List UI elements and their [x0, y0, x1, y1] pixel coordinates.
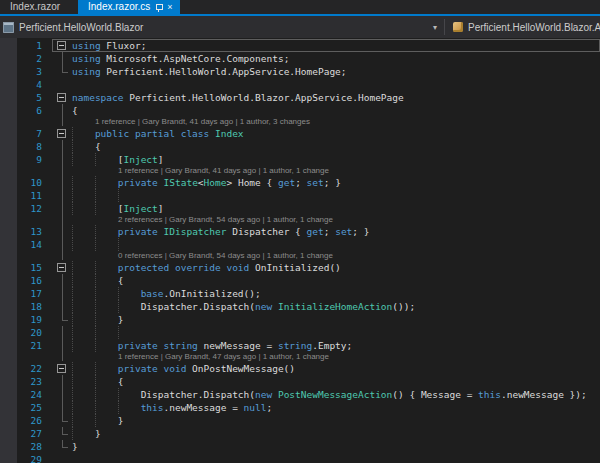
fold-collapse-icon[interactable] — [52, 117, 72, 140]
indent-guide — [95, 339, 118, 352]
indent-guide — [95, 274, 118, 287]
line-number: 12 — [17, 202, 52, 215]
code-line[interactable]: 23{ — [0, 375, 600, 388]
line-number-text: 17 — [17, 287, 42, 300]
code-line[interactable]: 16{ — [0, 274, 600, 287]
indent-guide — [95, 153, 118, 166]
line-body: base.OnInitialized(); — [52, 287, 600, 300]
line-number-text: 15 — [17, 261, 42, 274]
line-number: 26 — [17, 414, 52, 427]
type-dropdown[interactable]: Perficient.HelloWorld.Blazor.Ap — [445, 22, 600, 33]
code-line[interactable]: 29 — [0, 453, 600, 463]
collapse-minus-icon[interactable] — [57, 129, 66, 138]
code-line[interactable]: 24Dispatcher.Dispatch(new PostNewMessage… — [0, 388, 600, 401]
line-number: 18 — [17, 300, 52, 313]
indent-guide — [72, 362, 95, 375]
fold-collapse-icon[interactable] — [52, 352, 72, 375]
type-dropdown-label: Perficient.HelloWorld.Blazor.Ap — [468, 22, 600, 33]
code-line[interactable]: 3using Perficient.HelloWorld.AppService.… — [0, 65, 600, 78]
line-content: private string newMessage = string.Empty… — [72, 339, 600, 352]
code-text: private void OnPostNewMessage() — [72, 362, 600, 375]
fold-margin — [52, 140, 72, 153]
line-number-text: 24 — [17, 388, 42, 401]
code-editor[interactable]: 1using Fluxor;2using Microsoft.AspNetCor… — [0, 38, 600, 463]
code-line[interactable]: 221 reference | Gary Brandt, 47 days ago… — [0, 352, 600, 375]
line-content: Dispatcher.Dispatch(new PostNewMessageAc… — [72, 388, 600, 401]
line-number-text: 13 — [17, 225, 42, 238]
line-number: 21 — [17, 339, 52, 352]
line-body: private string newMessage = string.Empty… — [52, 339, 600, 352]
line-number: 10 — [17, 166, 52, 189]
indent-guide — [95, 225, 118, 238]
code-line[interactable]: 101 reference | Gary Brandt, 41 days ago… — [0, 166, 600, 189]
project-dropdown[interactable]: Perficient.HelloWorld.Blazor — [0, 22, 426, 33]
line-body — [52, 238, 600, 251]
code-line[interactable]: 8{ — [0, 140, 600, 153]
code-line[interactable]: 18Dispatcher.Dispatch(new InitializeHome… — [0, 300, 600, 313]
line-number-text: 21 — [17, 339, 42, 352]
line-content: base.OnInitialized(); — [72, 287, 600, 300]
code-line[interactable]: 19} — [0, 313, 600, 326]
code-line[interactable]: 1using Fluxor; — [0, 39, 600, 52]
code-line[interactable]: 2using Microsoft.AspNetCore.Components; — [0, 52, 600, 65]
code-line[interactable]: 9[Inject] — [0, 153, 600, 166]
tab-index-razor-cs[interactable]: Index.razor.cs × — [78, 0, 180, 14]
line-number-text: 3 — [17, 65, 42, 78]
line-content: 2 references | Gary Brandt, 54 days ago … — [72, 215, 600, 238]
collapse-minus-icon[interactable] — [57, 263, 66, 272]
codelens-info[interactable]: 1 reference | Gary Brandt, 41 days ago |… — [72, 166, 600, 176]
line-number-text: 18 — [17, 300, 42, 313]
codelens-info[interactable]: 1 reference | Gary Brandt, 47 days ago |… — [72, 352, 600, 362]
tab-index-razor[interactable]: Index.razor — [0, 0, 70, 14]
indent-guide — [95, 189, 118, 202]
line-number: 5 — [17, 91, 52, 104]
line-content: { — [72, 104, 600, 117]
code-line[interactable]: 150 references | Gary Brandt, 54 days ag… — [0, 251, 600, 274]
collapse-minus-icon[interactable] — [57, 93, 66, 102]
fold-collapse-icon[interactable] — [52, 91, 72, 104]
fold-margin — [52, 440, 72, 453]
code-line[interactable]: 12[Inject] — [0, 202, 600, 215]
codelens-info[interactable]: 1 reference | Gary Brandt, 41 days ago |… — [72, 117, 600, 127]
code-line[interactable]: 132 references | Gary Brandt, 54 days ag… — [0, 215, 600, 238]
code-token: () { Message = — [392, 389, 478, 400]
pin-icon[interactable] — [155, 3, 162, 12]
code-line[interactable]: 11 — [0, 189, 600, 202]
code-token: get — [307, 226, 324, 237]
codelens-info[interactable]: 0 references | Gary Brandt, 54 days ago … — [72, 251, 600, 261]
line-number-text: 29 — [17, 453, 42, 463]
codelens-info[interactable]: 2 references | Gary Brandt, 54 days ago … — [72, 215, 600, 225]
code-line[interactable]: 27} — [0, 427, 600, 440]
close-icon[interactable]: × — [167, 0, 172, 14]
fold-collapse-icon[interactable] — [52, 39, 72, 52]
code-line[interactable]: 28} — [0, 440, 600, 453]
code-text: { — [72, 375, 600, 388]
code-line[interactable]: 17base.OnInitialized(); — [0, 287, 600, 300]
collapse-minus-icon[interactable] — [57, 364, 66, 373]
code-token: .OnInitialized(); — [164, 288, 261, 299]
line-content: } — [72, 427, 600, 440]
code-line[interactable]: 21private string newMessage = string.Emp… — [0, 339, 600, 352]
code-line[interactable]: 5namespace Perficient.HelloWorld.Blazor.… — [0, 91, 600, 104]
line-number: 22 — [17, 352, 52, 375]
fold-margin — [52, 287, 72, 300]
code-line[interactable]: 20 — [0, 326, 600, 339]
line-content: 1 reference | Gary Brandt, 41 days ago |… — [72, 166, 600, 189]
line-number-text: 12 — [17, 202, 42, 215]
code-line[interactable]: 14 — [0, 238, 600, 251]
chevron-down-icon[interactable]: ▾ — [426, 23, 444, 32]
tab-bar: Index.razor Index.razor.cs × — [0, 0, 600, 16]
fold-collapse-icon[interactable] — [52, 251, 72, 274]
code-line[interactable]: 25this.newMessage = null; — [0, 401, 600, 414]
fold-margin — [52, 326, 72, 339]
line-number-text: 7 — [17, 127, 42, 140]
indent-guide — [72, 153, 95, 166]
code-token: null — [244, 402, 267, 413]
fold-margin — [52, 414, 72, 427]
collapse-minus-icon[interactable] — [57, 41, 66, 50]
code-line[interactable]: 4 — [0, 78, 600, 91]
code-line[interactable]: 71 reference | Gary Brandt, 41 days ago … — [0, 117, 600, 140]
code-line[interactable]: 6{ — [0, 104, 600, 117]
line-number-text: 27 — [17, 427, 42, 440]
code-line[interactable]: 26} — [0, 414, 600, 427]
